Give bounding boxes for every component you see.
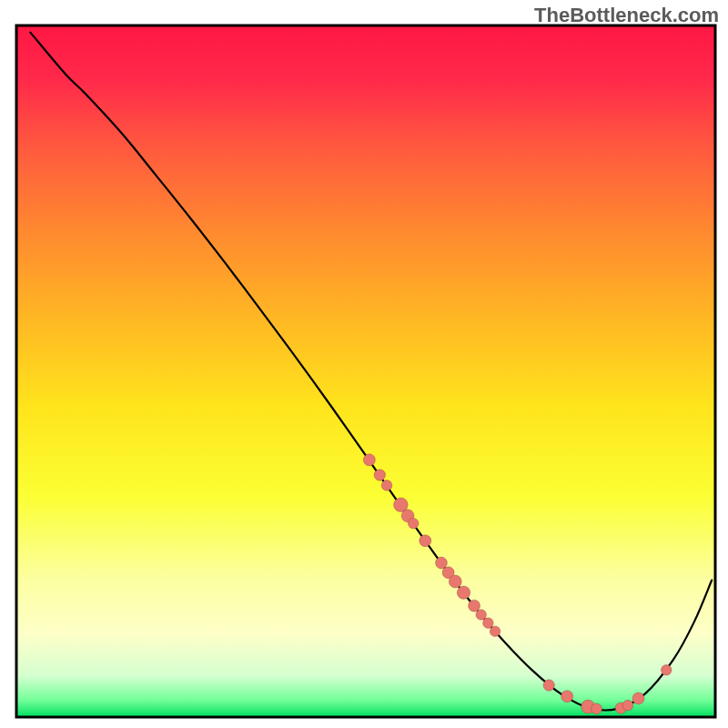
data-marker — [374, 470, 385, 480]
data-marker — [543, 680, 554, 691]
plot-background — [16, 25, 715, 717]
data-marker — [408, 518, 419, 529]
data-marker — [561, 691, 573, 703]
data-marker — [490, 626, 500, 637]
data-marker — [476, 610, 487, 621]
data-marker — [661, 665, 672, 676]
data-marker — [420, 535, 431, 547]
data-marker — [632, 693, 644, 704]
data-marker — [622, 700, 633, 711]
chart-container: { "watermark": "TheBottleneck.com", "cha… — [0, 0, 728, 728]
data-marker — [457, 586, 470, 599]
data-marker — [483, 618, 494, 629]
watermark-text: TheBottleneck.com — [534, 4, 719, 27]
data-marker — [363, 454, 375, 466]
chart-svg — [0, 0, 728, 728]
data-marker — [449, 575, 461, 588]
data-marker — [591, 703, 602, 714]
data-marker — [381, 480, 392, 491]
